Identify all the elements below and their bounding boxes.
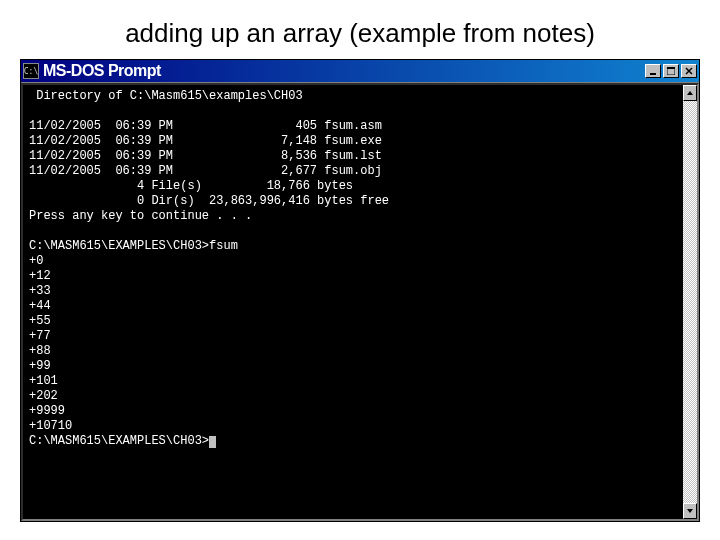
- svg-marker-6: [687, 509, 693, 513]
- arrow-up-icon: [686, 89, 694, 97]
- svg-rect-2: [667, 67, 675, 69]
- scrollbar-track[interactable]: [683, 101, 697, 503]
- close-button[interactable]: [681, 64, 697, 78]
- svg-rect-0: [650, 73, 656, 75]
- terminal-output[interactable]: Directory of C:\Masm615\examples\CH03 11…: [21, 83, 683, 521]
- scroll-up-button[interactable]: [683, 85, 697, 101]
- minimize-button[interactable]: [645, 64, 661, 78]
- scroll-down-button[interactable]: [683, 503, 697, 519]
- minimize-icon: [649, 67, 657, 75]
- svg-marker-5: [687, 91, 693, 95]
- window-controls: [645, 64, 697, 78]
- close-icon: [685, 67, 693, 75]
- vertical-scrollbar[interactable]: [683, 83, 699, 521]
- system-menu-icon[interactable]: C:\: [23, 63, 39, 79]
- titlebar[interactable]: C:\ MS-DOS Prompt: [21, 60, 699, 82]
- cursor: [209, 436, 216, 448]
- dos-window: C:\ MS-DOS Prompt Directory of C:\Masm61…: [20, 59, 700, 522]
- maximize-icon: [667, 67, 675, 75]
- arrow-down-icon: [686, 507, 694, 515]
- window-title: MS-DOS Prompt: [43, 62, 645, 80]
- maximize-button[interactable]: [663, 64, 679, 78]
- slide-title: adding up an array (example from notes): [0, 0, 720, 59]
- client-area: Directory of C:\Masm615\examples\CH03 11…: [21, 82, 699, 521]
